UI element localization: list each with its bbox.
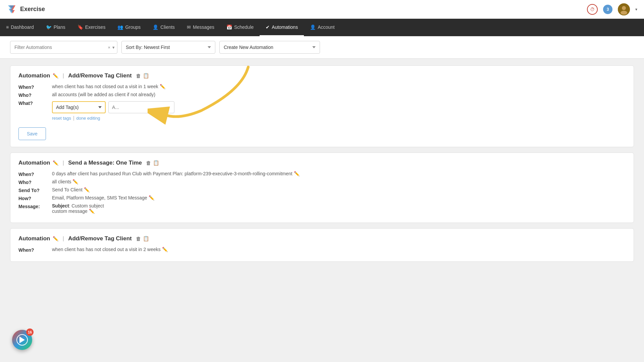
nav-item-groups[interactable]: 👥 Groups: [111, 19, 147, 36]
sort-select[interactable]: Sort By: Newest First: [121, 41, 215, 54]
automation-2-how-row: How? Email, Platform Message, SMS Text M…: [18, 195, 626, 201]
automation-1-edit-icon[interactable]: ✏️: [53, 73, 58, 78]
svg-point-4: [621, 11, 627, 15]
automation-2-who-edit-icon[interactable]: ✏️: [72, 179, 78, 184]
subject-label: Subject: [52, 203, 69, 208]
create-automation-select[interactable]: Create New Automation: [219, 41, 320, 54]
automation-2-sendto-value: Send To Client ✏️: [52, 187, 626, 192]
automation-1-title: Automation ✏️ | Add/Remove Tag Client 🗑 …: [18, 72, 626, 79]
automation-3-when-row: When? when client has has not closed out…: [18, 247, 626, 253]
notification-badge[interactable]: 3: [603, 5, 612, 14]
app-name: Exercise: [20, 6, 45, 13]
automation-3-when-edit-icon[interactable]: ✏️: [162, 247, 168, 252]
clear-icon[interactable]: ×: [108, 45, 110, 50]
automation-2-title: Automation ✏️ | Send a Message: One Time…: [18, 160, 626, 166]
automation-1-delete-icon[interactable]: 🗑: [136, 73, 141, 79]
automation-card-2: Automation ✏️ | Send a Message: One Time…: [10, 153, 634, 223]
svg-point-3: [622, 6, 626, 10]
nav-item-messages[interactable]: ✉ Messages: [181, 19, 220, 36]
automation-3-title-text: Automation: [18, 235, 50, 242]
automation-1-when-value: when client has has not closed out a vis…: [52, 84, 626, 89]
automation-2-how-edit-icon[interactable]: ✏️: [149, 195, 154, 200]
automation-1-what-value: Add Tag(s) Remove Tag(s) reset tags | do…: [52, 100, 626, 121]
nav-item-dashboard[interactable]: ≡ Dashboard: [0, 19, 40, 36]
automation-2-name: Send a Message: One Time: [68, 160, 142, 166]
automation-2-when-value: 0 days after client has purchased Run Cl…: [52, 171, 626, 176]
nav-item-clients[interactable]: 👤 Clients: [147, 19, 181, 36]
nav-item-exercises[interactable]: 🔖 Exercises: [71, 19, 112, 36]
automation-3-edit-icon[interactable]: ✏️: [53, 236, 58, 241]
save-button[interactable]: Save: [18, 127, 46, 140]
main-nav: ≡ Dashboard 🐦 Plans 🔖 Exercises 👥 Groups…: [0, 19, 644, 36]
automation-1-who-value: all accounts (will be added as client if…: [52, 92, 626, 97]
messages-icon: ✉: [187, 24, 191, 30]
logo-area: Exercise: [7, 4, 587, 15]
nav-item-plans[interactable]: 🐦 Plans: [40, 19, 71, 36]
automation-2-when-label: When?: [18, 171, 52, 177]
avatar[interactable]: [618, 3, 630, 15]
nav-label-account: Account: [318, 24, 335, 30]
automation-2-separator: |: [62, 160, 64, 166]
avatar-dropdown-arrow[interactable]: ▾: [635, 7, 637, 12]
automation-1-when-edit-icon[interactable]: ✏️: [160, 84, 165, 89]
page-wrapper: Exercise ⏱ 3 ▾ ≡ Dashboard 🐦 Plans 🔖 Exe…: [0, 0, 644, 274]
automation-card-3: Automation ✏️ | Add/Remove Tag Client 🗑 …: [10, 228, 634, 262]
automation-2-who-row: Who? all clients ✏️: [18, 179, 626, 185]
logo-icon: [7, 4, 17, 15]
automation-3-delete-icon[interactable]: 🗑: [136, 236, 141, 242]
automation-1-what-row: What? Add Tag(s) Remove Tag(s) reset tag…: [18, 100, 626, 121]
automation-1-what-label: What?: [18, 100, 52, 106]
reset-tags-link[interactable]: reset tags: [52, 116, 71, 121]
automation-2-sendto-row: Send To? Send To Client ✏️: [18, 187, 626, 193]
top-bar-right: ⏱ 3 ▾: [587, 3, 637, 15]
tag-select[interactable]: Add Tag(s) Remove Tag(s): [52, 101, 106, 113]
filter-input-wrap: × ▾: [10, 41, 117, 54]
groups-icon: 👥: [117, 24, 123, 30]
automation-2-sendto-label: Send To?: [18, 187, 52, 193]
automation-1-who-row: Who? all accounts (will be added as clie…: [18, 92, 626, 98]
filter-bar: × ▾ Sort By: Newest First Create New Aut…: [0, 36, 644, 59]
automation-1-separator: |: [62, 72, 64, 79]
nav-item-automations[interactable]: ✔ Automations: [260, 19, 304, 36]
automation-2-when-row: When? 0 days after client has purchased …: [18, 171, 626, 177]
automation-1-who-label: Who?: [18, 92, 52, 98]
nav-item-schedule[interactable]: 📅 Schedule: [220, 19, 260, 36]
what-edit-area: Add Tag(s) Remove Tag(s): [52, 101, 626, 113]
filter-icons: × ▾: [108, 45, 115, 50]
automation-1-when-row: When? when client has has not closed out…: [18, 84, 626, 90]
done-editing-link[interactable]: done editing: [76, 116, 100, 121]
plans-icon: 🐦: [46, 24, 52, 30]
automation-2-copy-icon[interactable]: 📋: [153, 160, 159, 166]
automation-1-copy-icon[interactable]: 📋: [143, 73, 149, 79]
automation-2-when-edit-icon[interactable]: ✏️: [294, 171, 300, 176]
automation-2-edit-icon[interactable]: ✏️: [53, 160, 58, 166]
automation-2-message-row: Message: Subject: Custom subject custom …: [18, 203, 626, 214]
nav-label-dashboard: Dashboard: [11, 24, 34, 30]
automation-3-copy-icon[interactable]: 📋: [143, 236, 149, 242]
automation-2-body-edit-icon[interactable]: ✏️: [89, 208, 95, 214]
tag-input[interactable]: [108, 101, 174, 113]
dropdown-icon[interactable]: ▾: [112, 45, 115, 50]
exercises-icon: 🔖: [77, 24, 83, 30]
automation-2-title-text: Automation: [18, 160, 50, 166]
automation-3-when-label: When?: [18, 247, 52, 253]
automations-icon: ✔: [266, 24, 270, 30]
automation-1-title-text: Automation: [18, 72, 50, 79]
automation-2-who-label: Who?: [18, 179, 52, 185]
automation-2-delete-icon[interactable]: 🗑: [146, 160, 151, 166]
nav-item-account[interactable]: 👤 Account: [304, 19, 341, 36]
automation-2-icons: 🗑 📋: [146, 160, 159, 166]
nav-label-schedule: Schedule: [234, 24, 254, 30]
timer-icon[interactable]: ⏱: [587, 4, 598, 15]
nav-label-plans: Plans: [54, 24, 65, 30]
nav-label-automations: Automations: [272, 24, 298, 30]
automation-card-1: Automation ✏️ | Add/Remove Tag Client 🗑 …: [10, 65, 634, 147]
automation-2-subject: Subject: Custom subject: [52, 203, 626, 208]
automation-3-title: Automation ✏️ | Add/Remove Tag Client 🗑 …: [18, 235, 626, 242]
account-icon: 👤: [310, 24, 316, 30]
automation-3-icons: 🗑 📋: [136, 236, 149, 242]
nav-label-groups: Groups: [125, 24, 141, 30]
tag-select-wrap: Add Tag(s) Remove Tag(s): [52, 101, 106, 113]
filter-input[interactable]: [10, 41, 117, 54]
automation-2-sendto-edit-icon[interactable]: ✏️: [84, 187, 90, 192]
